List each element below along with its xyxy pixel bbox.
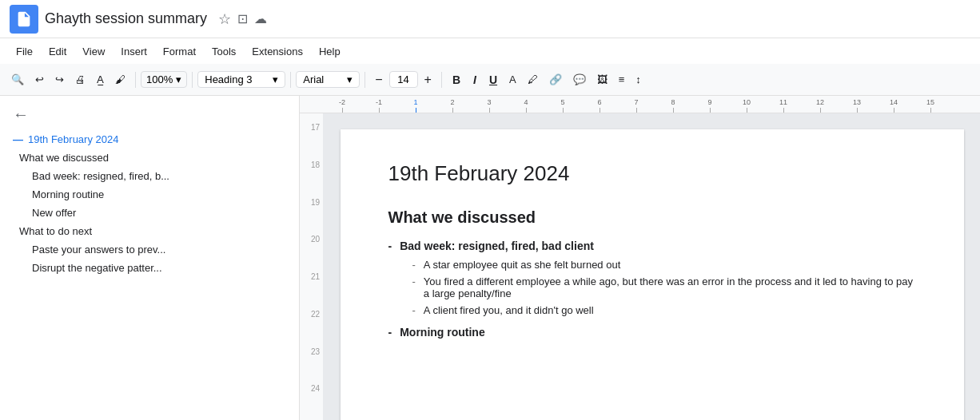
font-size-increase-button[interactable]: +	[420, 69, 436, 90]
sidebar-item-bad-week[interactable]: Bad week: resigned, fired, b...	[0, 167, 299, 185]
history-icon[interactable]: ⊡	[237, 11, 248, 26]
menu-insert[interactable]: Insert	[114, 42, 153, 61]
underline-button[interactable]: U	[484, 70, 503, 89]
sidebar-item-morning-routine[interactable]: Morning routine	[0, 185, 299, 204]
menu-extensions[interactable]: Extensions	[245, 42, 309, 61]
doc-page: 19th February 2024 What we discussed - B…	[341, 129, 964, 420]
sidebar-item-what-to-do-next[interactable]: What to do next	[0, 222, 299, 240]
font-label: Arial	[303, 73, 324, 85]
star-icon[interactable]: ☆	[218, 10, 231, 28]
back-icon: ←	[13, 105, 29, 123]
print-button[interactable]: 🖨	[70, 70, 90, 89]
undo-button[interactable]: ↩	[30, 70, 49, 89]
bold-button[interactable]: B	[447, 70, 466, 89]
sub-text-2: You fired a different employee a while a…	[424, 275, 916, 299]
doc-bullet-main-2[interactable]: - Morning routine	[388, 326, 916, 339]
highlight-button[interactable]: 🖊	[523, 70, 543, 89]
margin-num-17: 17	[311, 121, 320, 159]
menu-tools[interactable]: Tools	[205, 42, 242, 61]
sidebar-main-section[interactable]: — 19th February 2024	[0, 130, 299, 149]
doc-area[interactable]: 19th February 2024 What we discussed - B…	[324, 113, 980, 420]
sidebar-item-new-offer[interactable]: New offer	[0, 204, 299, 222]
ruler-mark: 1	[397, 98, 434, 113]
doc-bullet-sub-3: - A client fired you, and it didn't go w…	[388, 304, 916, 316]
redo-button[interactable]: ↪	[50, 70, 69, 89]
bullet-main-text-1: Bad week: resigned, fired, bad client	[400, 240, 594, 252]
doc-bullet-sub-2: - You fired a different employee a while…	[388, 275, 916, 299]
app-icon	[10, 5, 38, 34]
sidebar: ← — 19th February 2024 What we discussed…	[0, 96, 300, 420]
ruler-mark: 2	[434, 98, 471, 113]
doc-bullet-main-1[interactable]: - Bad week: resigned, fired, bad client	[388, 240, 916, 252]
sub-text-3: A client fired you, and it didn't go wel…	[424, 304, 594, 316]
doc-bullet-sub-1: - A star employee quit as she felt burne…	[388, 259, 916, 271]
link-button[interactable]: 🔗	[544, 70, 567, 89]
separator-5	[441, 72, 442, 88]
cloud-icon[interactable]: ☁	[254, 11, 267, 26]
doc-title[interactable]: Ghayth session summary	[45, 10, 207, 27]
paint-format-button[interactable]: 🖌	[110, 70, 130, 89]
menu-format[interactable]: Format	[157, 42, 202, 61]
style-selector[interactable]: Heading 3 ▾	[197, 71, 285, 88]
ruler-mark: 6	[581, 98, 618, 113]
sidebar-back-button[interactable]: ←	[0, 102, 299, 130]
ruler-mark: 3	[471, 98, 508, 113]
section-dash: —	[13, 133, 23, 145]
ruler-mark: 8	[655, 98, 691, 113]
margin-num-20: 20	[311, 233, 320, 271]
font-size-decrease-button[interactable]: −	[370, 69, 387, 90]
zoom-dropdown-icon: ▾	[176, 73, 181, 85]
style-dropdown-icon: ▾	[273, 73, 278, 85]
sub-dash-3: -	[412, 304, 416, 316]
search-button[interactable]: 🔍	[6, 70, 29, 89]
zoom-label: 100%	[146, 73, 173, 85]
ruler-mark: 7	[618, 98, 655, 113]
menu-edit[interactable]: Edit	[42, 42, 73, 61]
title-icons: ☆ ⊡ ☁	[218, 10, 267, 28]
bullet-dash-2: -	[388, 326, 392, 339]
font-size-box[interactable]: 14	[389, 71, 418, 88]
ruler-mark: 14	[875, 98, 912, 113]
margin-num-22: 22	[311, 308, 320, 346]
sidebar-main-label: 19th February 2024	[28, 133, 118, 145]
zoom-selector[interactable]: 100% ▾	[141, 71, 187, 88]
title-bar: Ghayth session summary ☆ ⊡ ☁	[0, 0, 980, 38]
toolbar: 🔍 ↩ ↪ 🖨 A̲ 🖌 100% ▾ Heading 3 ▾ Arial ▾ …	[0, 64, 980, 96]
bullet-dash-1: -	[388, 240, 392, 252]
margin-num-21: 21	[311, 271, 320, 308]
spellcheck-button[interactable]: A̲	[92, 70, 109, 89]
separator-1	[135, 72, 136, 88]
ruler: -2 -1 1 2 3	[300, 96, 980, 113]
menu-help[interactable]: Help	[313, 42, 347, 61]
comment-button[interactable]: 💬	[568, 70, 591, 89]
menu-view[interactable]: View	[76, 42, 111, 61]
ruler-mark: 12	[802, 98, 839, 113]
ruler-mark: 9	[691, 98, 728, 113]
sub-dash-2: -	[412, 275, 416, 299]
doc-title[interactable]: 19th February 2024	[388, 161, 916, 186]
separator-2	[192, 72, 193, 88]
line-spacing-button[interactable]: ↕	[631, 70, 646, 89]
ruler-mark: 15	[912, 98, 949, 113]
ruler-mark: 5	[544, 98, 581, 113]
font-selector[interactable]: Arial ▾	[296, 71, 360, 88]
menu-bar: File Edit View Insert Format Tools Exten…	[0, 38, 980, 64]
ruler-mark: -1	[361, 98, 397, 113]
style-label: Heading 3	[205, 73, 252, 85]
text-color-button[interactable]: A	[504, 70, 521, 89]
margin-num-24: 24	[311, 382, 320, 420]
italic-button[interactable]: I	[468, 70, 482, 89]
sidebar-item-disrupt-pattern[interactable]: Disrupt the negative patter...	[0, 259, 299, 277]
alignment-button[interactable]: ≡	[614, 70, 630, 89]
menu-file[interactable]: File	[10, 42, 39, 61]
sidebar-item-paste-answers[interactable]: Paste your answers to prev...	[0, 240, 299, 259]
sidebar-item-what-we-discussed[interactable]: What we discussed	[0, 149, 299, 167]
sub-text-1: A star employee quit as she felt burned …	[424, 259, 620, 271]
ruler-mark: -2	[324, 98, 361, 113]
sub-dash-1: -	[412, 259, 416, 271]
bullet-main-text-2: Morning routine	[400, 326, 485, 339]
doc-section1-heading[interactable]: What we discussed	[388, 208, 916, 227]
left-margin: 17 18 19 20 21 22 23 24	[300, 113, 324, 420]
ruler-mark: 13	[839, 98, 875, 113]
image-button[interactable]: 🖼	[592, 70, 612, 89]
